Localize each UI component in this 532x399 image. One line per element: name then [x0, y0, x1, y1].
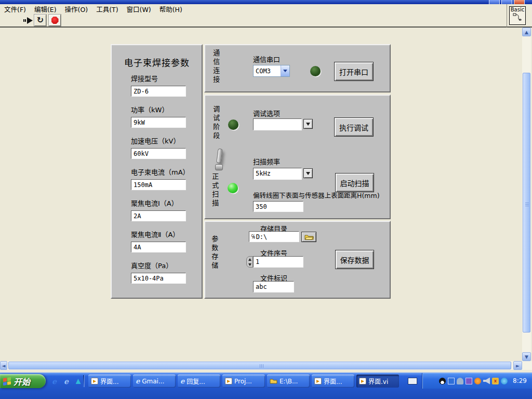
taskbar-item-active[interactable]: 界面.vi: [356, 375, 399, 388]
file-number-input[interactable]: 1: [253, 256, 303, 268]
menu-help[interactable]: 帮助(H): [155, 4, 187, 15]
quick-launch-browser-icon[interactable]: e: [62, 377, 71, 386]
quick-launch-ie-icon[interactable]: e: [50, 377, 59, 386]
alert-icon[interactable]: x: [492, 378, 499, 384]
scroll-down-button[interactable]: ▼: [522, 352, 531, 361]
menu-operate[interactable]: 操作(O): [61, 4, 92, 15]
scan-freq-field[interactable]: 5kHz: [253, 168, 302, 180]
debug-scan-panel: 调试阶段 调试选项 执行调试 正式扫描 扫描频率 5kHz 启动扫描 偏转线圈下…: [204, 95, 391, 219]
file-id-input[interactable]: abc: [253, 281, 294, 292]
scroll-left-button[interactable]: ◄: [0, 361, 7, 370]
network-icon[interactable]: [448, 378, 455, 384]
taskbar-item-label: 回复...: [187, 377, 205, 385]
storage-side-label: 参数存储: [210, 235, 218, 271]
beam-current-input[interactable]: 150mA: [131, 179, 186, 190]
input-method-keyboard-icon[interactable]: [408, 378, 417, 384]
taskbar-separator: [83, 375, 84, 387]
scroll-up-button[interactable]: ▲: [522, 28, 531, 36]
taskbar-item-6[interactable]: 界面...: [312, 375, 354, 388]
taskbar-item-2[interactable]: e Gmai...: [133, 375, 176, 388]
windows-flag-icon: [3, 377, 11, 385]
folder-icon: [270, 378, 277, 384]
start-button[interactable]: 开始: [0, 374, 46, 388]
qq-icon[interactable]: [439, 378, 446, 384]
run-continuous-icon: ↻: [37, 16, 44, 24]
volume-icon[interactable]: [483, 378, 490, 384]
labview-icon: [225, 378, 232, 384]
taskbar-item-label: Proj...: [234, 378, 252, 385]
power-label: 功率（kW）: [131, 104, 168, 114]
focus-current-1-input[interactable]: 2A: [131, 210, 186, 221]
display-icon[interactable]: [466, 378, 472, 384]
start-scan-button[interactable]: 启动扫描: [335, 173, 374, 192]
power-input[interactable]: 9kW: [131, 117, 186, 128]
debug-option-label: 调试选项: [253, 108, 280, 118]
scan-freq-dropdown-icon[interactable]: [303, 168, 313, 178]
labview-icon: [91, 378, 98, 384]
accelerating-voltage-label: 加速电压（kV）: [131, 136, 180, 145]
menu-tools[interactable]: 工具(T): [92, 4, 122, 15]
ie-icon: e: [180, 377, 184, 385]
combo-dropdown-icon[interactable]: [281, 65, 289, 76]
comm-led-indicator: [310, 66, 321, 76]
start-label: 开始: [14, 375, 30, 388]
horizontal-scrollbar[interactable]: ◄ ►: [0, 361, 522, 370]
coil-distance-input[interactable]: 350: [253, 201, 303, 212]
storage-dir-value: D:\: [256, 233, 268, 241]
menu-bar: 文件(F) 编辑(E) 操作(O) 工具(T) 窗口(W) 帮助(H): [0, 4, 532, 14]
vertical-scroll-thumb[interactable]: [523, 73, 530, 332]
open-folder-icon: [304, 234, 314, 241]
debug-side-label: 调试阶段: [212, 105, 219, 141]
focus-current-2-label: 聚焦电流Ⅱ（A）: [131, 229, 179, 239]
comm-side-label: 通信连接: [212, 49, 219, 85]
security-icon[interactable]: [474, 378, 481, 384]
menu-window[interactable]: 窗口(W): [123, 4, 155, 15]
welding-model-input[interactable]: ZD-6: [131, 86, 186, 97]
storage-panel: 参数存储 存储目录 ℅ D:\ 文件序号 1 文件标识 abc 保存数据: [204, 221, 391, 299]
toggle-lever[interactable]: [216, 149, 222, 164]
file-number-spinner[interactable]: [246, 256, 253, 268]
debug-option-field[interactable]: [253, 118, 302, 130]
taskbar-item-1[interactable]: 界面...: [88, 375, 131, 388]
scroll-right-button[interactable]: ►: [513, 361, 522, 370]
spinner-down-icon[interactable]: [248, 263, 251, 266]
spinner-up-icon[interactable]: [248, 258, 251, 261]
menu-edit[interactable]: 编辑(E): [30, 4, 61, 15]
run-continuous-button[interactable]: ↻: [34, 15, 46, 26]
accelerating-voltage-input[interactable]: 60kV: [131, 148, 186, 159]
serial-port-combo[interactable]: COM3: [253, 65, 290, 77]
taskbar-item-4[interactable]: Proj...: [222, 375, 265, 388]
vertical-scrollbar[interactable]: ▲ ▼: [522, 28, 531, 361]
abort-button[interactable]: [49, 15, 61, 26]
taskbar-item-label: Gmai...: [142, 378, 164, 385]
open-serial-button[interactable]: 打开串口: [334, 62, 374, 81]
serial-port-value: COM3: [254, 68, 281, 75]
debug-led-indicator: [228, 119, 238, 130]
vi-toolbar: ↻: [0, 14, 532, 28]
save-data-button[interactable]: 保存数据: [335, 250, 374, 269]
vacuum-input[interactable]: 5x10-4Pa: [131, 273, 186, 284]
connector-wire-icon: [512, 13, 523, 21]
run-button[interactable]: [22, 15, 34, 26]
system-tray: x 8:29: [422, 373, 532, 389]
user-icon[interactable]: [457, 378, 463, 384]
storage-dir-path[interactable]: ℅ D:\: [249, 231, 299, 242]
labview-icon: [359, 378, 366, 384]
messenger-icon[interactable]: [501, 378, 508, 384]
tray-clock[interactable]: 8:29: [513, 377, 527, 384]
taskbar-item-label: 界面.vi: [368, 377, 388, 385]
taskbar-item-5[interactable]: E:\B...: [267, 375, 310, 388]
thumb-grip: [525, 203, 529, 207]
browse-folder-button[interactable]: [301, 232, 316, 242]
mode-toggle-switch[interactable]: [213, 149, 227, 174]
taskbar-item-3[interactable]: e 回复...: [178, 375, 220, 388]
vacuum-label: 真空度（Pa）: [131, 260, 172, 270]
scan-side-label: 正式扫描: [211, 173, 218, 208]
focus-current-2-input[interactable]: 4A: [131, 242, 186, 252]
quick-launch-messenger-icon[interactable]: [74, 377, 83, 386]
taskbar-item-label: E:\B...: [280, 378, 298, 385]
debug-option-dropdown-icon[interactable]: [303, 119, 313, 129]
menu-file[interactable]: 文件(F): [0, 4, 30, 15]
execute-debug-button[interactable]: 执行调试: [334, 117, 374, 137]
horizontal-scroll-thumb[interactable]: [8, 362, 511, 369]
